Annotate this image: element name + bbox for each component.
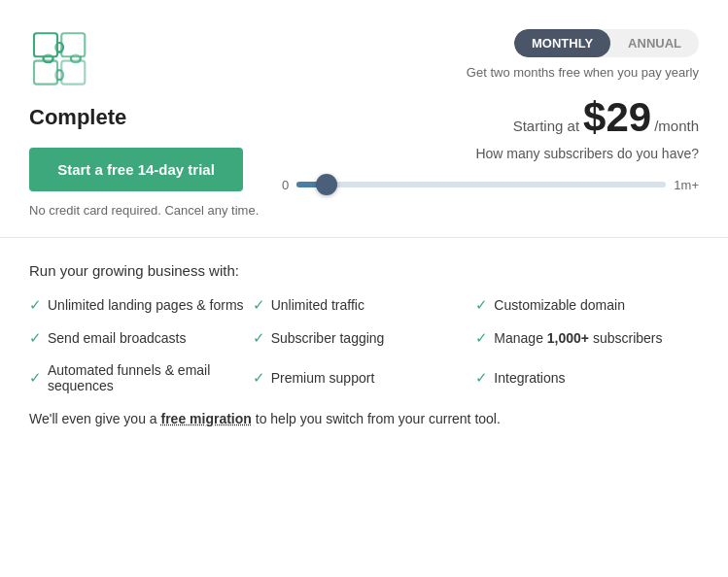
check-icon-9: ✓ <box>475 369 488 387</box>
feature-funnels: ✓ Automated funnels & email sequences <box>29 362 253 393</box>
trial-button[interactable]: Start a free 14-day trial <box>29 148 243 191</box>
migration-prefix: We'll even give you a <box>29 411 161 426</box>
free-months-note: Get two months free when you pay yearly <box>467 65 699 80</box>
feature-row-1: ✓ Unlimited landing pages & forms ✓ Unli… <box>29 296 699 314</box>
feature-customizable-domain: ✓ Customizable domain <box>475 296 699 314</box>
feature-label-8: Premium support <box>271 370 375 386</box>
left-column: Complete Start a free 14-day trial No cr… <box>29 29 282 218</box>
feature-integrations: ✓ Integrations <box>475 369 699 387</box>
slider-max-label: 1m+ <box>674 178 699 192</box>
monthly-toggle[interactable]: MONTHLY <box>514 29 610 57</box>
check-icon-5: ✓ <box>253 329 265 347</box>
svg-rect-1 <box>61 33 85 56</box>
starting-at-label: Starting at <box>513 118 579 134</box>
billing-toggle: MONTHLY ANNUAL <box>514 29 699 57</box>
slider-thumb[interactable] <box>316 174 337 195</box>
price-number: 29 <box>606 94 651 140</box>
check-icon-2: ✓ <box>253 296 265 314</box>
feature-label-6: Manage 1,000+ subscribers <box>494 330 662 346</box>
currency-symbol: $ <box>583 94 606 140</box>
feature-row-2: ✓ Send email broadcasts ✓ Subscriber tag… <box>29 329 699 347</box>
slider-row: 0 1m+ <box>282 175 699 194</box>
feature-label-4: Send email broadcasts <box>48 330 186 346</box>
no-credit-text: No credit card required. Cancel any time… <box>29 203 262 218</box>
feature-label-9: Integrations <box>494 370 565 386</box>
check-icon-8: ✓ <box>253 369 265 387</box>
subscribers-question: How many subscribers do you have? <box>282 146 699 161</box>
annual-toggle[interactable]: ANNUAL <box>610 29 699 57</box>
features-intro: Run your growing business with: <box>29 262 699 279</box>
plan-name: Complete <box>29 105 262 130</box>
feature-subscriber-tagging: ✓ Subscriber tagging <box>253 329 476 347</box>
subscriber-slider[interactable] <box>296 175 666 194</box>
features-grid: ✓ Unlimited landing pages & forms ✓ Unli… <box>29 296 699 393</box>
feature-landing-pages: ✓ Unlimited landing pages & forms <box>29 296 253 314</box>
feature-unlimited-traffic: ✓ Unlimited traffic <box>253 296 476 314</box>
feature-label-3: Customizable domain <box>494 297 625 313</box>
slider-track <box>296 182 666 187</box>
feature-manage-subscribers: ✓ Manage 1,000+ subscribers <box>475 329 699 347</box>
feature-premium-support: ✓ Premium support <box>253 369 476 387</box>
check-icon-1: ✓ <box>29 296 42 314</box>
feature-label-1: Unlimited landing pages & forms <box>48 297 244 313</box>
puzzle-icon <box>29 29 97 87</box>
right-column: MONTHLY ANNUAL Get two months free when … <box>282 29 699 194</box>
pricing-row: Starting at $29 /month <box>282 97 699 138</box>
check-icon-3: ✓ <box>475 296 488 314</box>
svg-rect-0 <box>34 33 57 56</box>
migration-line: We'll even give you a free migration to … <box>29 411 699 426</box>
feature-email-broadcasts: ✓ Send email broadcasts <box>29 329 253 347</box>
check-icon-7: ✓ <box>29 369 42 387</box>
subscribers-bold: 1,000+ <box>547 330 589 346</box>
svg-rect-3 <box>61 61 85 85</box>
features-section: Run your growing business with: ✓ Unlimi… <box>0 238 728 446</box>
migration-suffix: to help you switch from your current too… <box>252 411 501 426</box>
per-month-label: /month <box>654 118 699 134</box>
check-icon-6: ✓ <box>475 329 488 347</box>
feature-label-5: Subscriber tagging <box>271 330 385 346</box>
migration-link[interactable]: free migration <box>161 411 252 426</box>
price-display: $29 <box>583 97 651 138</box>
feature-row-3: ✓ Automated funnels & email sequences ✓ … <box>29 362 699 393</box>
slider-min-label: 0 <box>282 178 289 192</box>
check-icon-4: ✓ <box>29 329 42 347</box>
feature-label-7: Automated funnels & email sequences <box>48 362 253 393</box>
svg-rect-2 <box>34 61 57 85</box>
feature-label-2: Unlimited traffic <box>271 297 364 313</box>
